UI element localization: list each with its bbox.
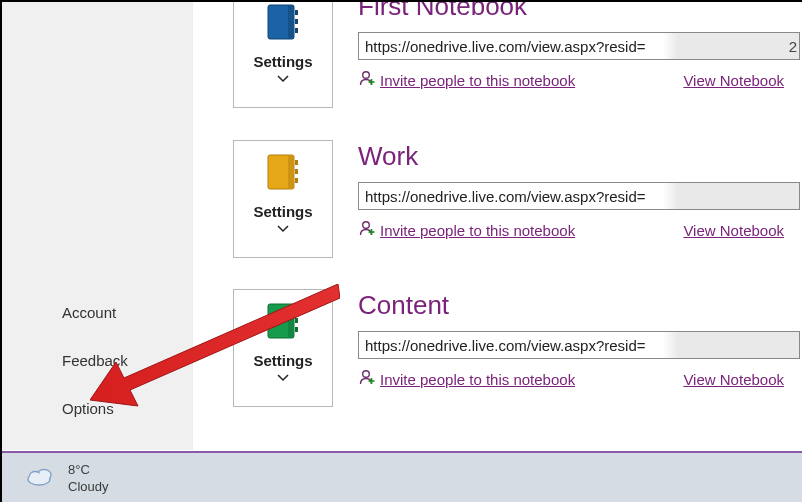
notebook-title: Work (358, 141, 418, 172)
notebook-row: Settings First Notebook 2 Invite peopl (193, 2, 802, 102)
svg-rect-23 (295, 327, 298, 332)
view-notebook-link[interactable]: View Notebook (683, 371, 784, 388)
chevron-down-icon (277, 72, 289, 86)
chevron-down-icon (277, 371, 289, 385)
sidebar-item-account[interactable]: Account (2, 288, 192, 336)
invite-people-link[interactable]: Invite people to this notebook (380, 72, 575, 89)
invite-person-icon (358, 368, 376, 390)
backstage-sidebar: Account Feedback Options (2, 2, 193, 450)
view-notebook-link[interactable]: View Notebook (683, 222, 784, 239)
svg-rect-2 (288, 5, 294, 39)
weather-temp: 8°C (68, 461, 108, 478)
tile-label: Settings (253, 53, 312, 70)
notebook-settings-tile[interactable]: Settings (233, 289, 333, 407)
taskbar: 8°C Cloudy (2, 451, 802, 502)
svg-point-31 (29, 473, 49, 484)
notebook-settings-tile[interactable]: Settings (233, 2, 333, 108)
svg-rect-11 (288, 155, 294, 189)
svg-rect-3 (295, 10, 298, 15)
svg-rect-13 (295, 169, 298, 174)
svg-rect-5 (295, 28, 298, 33)
notebook-title: First Notebook (358, 2, 527, 22)
notebook-row: Settings Work Invite people to this n (193, 102, 802, 252)
svg-rect-20 (288, 304, 294, 338)
svg-rect-14 (295, 178, 298, 183)
svg-rect-21 (295, 309, 298, 314)
invite-person-icon (358, 69, 376, 91)
sidebar-item-feedback[interactable]: Feedback (2, 336, 192, 384)
weather-cloud-icon (26, 465, 54, 491)
sidebar-item-label: Account (62, 304, 116, 321)
chevron-down-icon (277, 222, 289, 236)
notebook-title: Content (358, 290, 449, 321)
weather-desc: Cloudy (68, 478, 108, 495)
notebook-icon (266, 153, 300, 195)
sidebar-item-options[interactable]: Options (2, 384, 192, 432)
tile-label: Settings (253, 203, 312, 220)
notebook-icon (266, 302, 300, 344)
invite-person-icon (358, 219, 376, 241)
weather-widget[interactable]: 8°C Cloudy (68, 461, 108, 495)
main-content: Settings First Notebook 2 Invite peopl (193, 2, 802, 450)
svg-point-6 (363, 72, 370, 79)
svg-point-15 (363, 222, 370, 229)
url-blurred-portion (663, 183, 799, 209)
svg-rect-12 (295, 160, 298, 165)
svg-rect-4 (295, 19, 298, 24)
view-notebook-link[interactable]: View Notebook (683, 72, 784, 89)
tile-label: Settings (253, 352, 312, 369)
sidebar-item-label: Feedback (62, 352, 128, 369)
notebook-row: Settings Content Invite people to thi (193, 251, 802, 401)
sidebar-item-label: Options (62, 400, 114, 417)
svg-rect-22 (295, 318, 298, 323)
url-blurred-portion (663, 332, 799, 358)
notebook-settings-tile[interactable]: Settings (233, 140, 333, 258)
url-blurred-portion: 2 (663, 33, 799, 59)
svg-point-24 (363, 371, 370, 378)
invite-people-link[interactable]: Invite people to this notebook (380, 222, 575, 239)
invite-people-link[interactable]: Invite people to this notebook (380, 371, 575, 388)
notebook-icon (266, 3, 300, 45)
